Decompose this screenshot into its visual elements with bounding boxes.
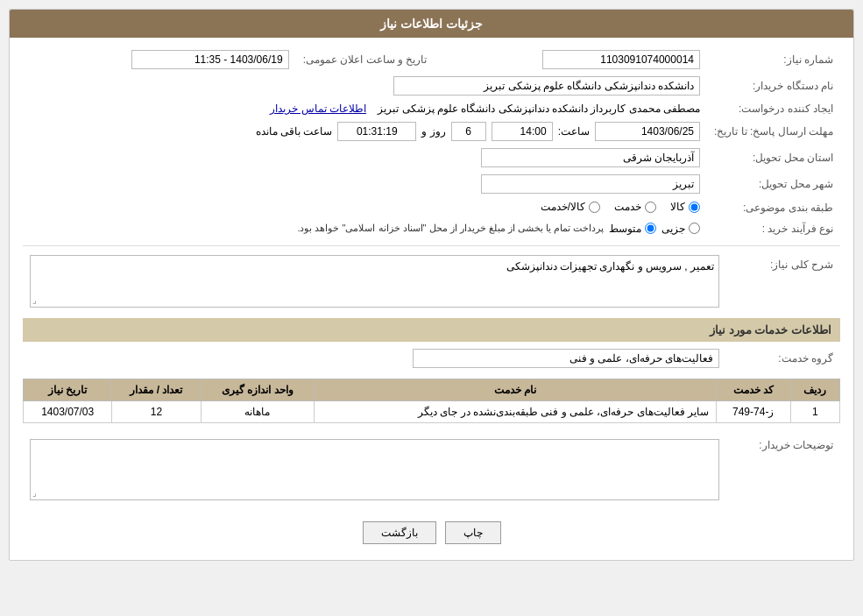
category-row: کالا خدمت کالا/خدمت <box>23 197 707 219</box>
creator-name: مصطفی محمدی کاربرداز دانشکده دندانپزشکی … <box>378 103 700 115</box>
buyer-notes-resize-handle: ⌟ <box>32 488 37 498</box>
buyer-notes-cell: ⌟ <box>23 432 726 504</box>
services-section-header: اطلاعات خدمات مورد نیاز <box>23 318 840 342</box>
buyer-notes-box: ⌟ <box>30 439 719 500</box>
category-option-kala[interactable]: کالا <box>670 201 700 213</box>
deadline-row: 1403/06/25 ساعت: 14:00 6 روز و 01:31:19 … <box>23 118 707 145</box>
deadline-date-box: 1403/06/25 <box>595 122 700 141</box>
category-radio-kala[interactable] <box>689 202 700 213</box>
deadline-label: مهلت ارسال پاسخ: تا تاریخ: <box>707 118 840 145</box>
creator-label: ایجاد کننده درخواست: <box>707 99 840 118</box>
creator-value: مصطفی محمدی کاربرداز دانشکده دندانپزشکی … <box>23 99 707 118</box>
category-option-khedmat[interactable]: خدمت <box>614 201 656 213</box>
province-box: آذربایجان شرقی <box>481 148 700 167</box>
need-number-label: شماره نیاز: <box>707 46 840 73</box>
city-label: شهر محل تحویل: <box>707 171 840 197</box>
need-number-box: 1103091074000014 <box>542 50 700 69</box>
category-label: طبقه بندی موضوعی: <box>707 197 840 219</box>
purchase-type-jozii[interactable]: جزیی <box>661 223 700 235</box>
service-group-value: فعالیت‌های حرفه‌ای، علمی و فنی <box>23 345 726 372</box>
ptype-label-motavasset: متوسط <box>609 223 641 235</box>
cell-row-num: 1 <box>790 400 840 422</box>
category-label-kala: کالا <box>670 201 685 213</box>
service-group-table: گروه خدمت: فعالیت‌های حرفه‌ای، علمی و فن… <box>23 345 840 372</box>
col-header-service-name: نام خدمت <box>315 379 717 400</box>
category-label-khedmat: خدمت <box>614 201 641 213</box>
category-radio-kala-khedmat[interactable] <box>589 202 600 213</box>
deadline-time-box: 14:00 <box>492 122 553 141</box>
table-row: 1 ز-74-749 سایر فعالیت‌های حرفه‌ای، علمی… <box>24 400 840 422</box>
general-desc-cell: تعمیر , سرویس و نگهداری تجهیزات دندانپزش… <box>23 251 726 311</box>
ptype-label-jozii: جزیی <box>661 223 685 235</box>
resize-handle: ⌟ <box>32 295 37 305</box>
info-table: شماره نیاز: 1103091074000014 تاریخ و ساع… <box>23 46 840 238</box>
cell-service-name: سایر فعالیت‌های حرفه‌ای، علمی و فنی طبقه… <box>315 400 717 422</box>
province-label: استان محل تحویل: <box>707 145 840 171</box>
back-button[interactable]: بازگشت <box>363 521 436 544</box>
service-group-box: فعالیت‌های حرفه‌ای، علمی و فنی <box>413 349 719 368</box>
purchase-type-label: نوع فرآیند خرید : <box>707 219 840 238</box>
general-desc-label: شرح کلی نیاز: <box>726 251 840 311</box>
purchase-type-note: پرداخت تمام یا بخشی از مبلغ خریدار از مح… <box>297 223 604 234</box>
bottom-buttons: چاپ بازگشت <box>23 511 840 551</box>
col-header-unit: واحد اندازه گیری <box>201 379 315 400</box>
service-group-label: گروه خدمت: <box>726 345 840 372</box>
announce-date-label: تاریخ و ساعت اعلان عمومی: <box>296 46 435 73</box>
services-table: ردیف کد خدمت نام خدمت واحد اندازه گیری ت… <box>23 379 840 423</box>
buyer-org-box: دانشکده دندانپزشکی دانشگاه علوم پزشکی تب… <box>393 76 700 96</box>
cell-date: 1403/07/03 <box>24 400 112 422</box>
category-label-kala-khedmat: کالا/خدمت <box>541 201 585 213</box>
page-header: جزئیات اطلاعات نیاز <box>10 10 853 38</box>
purchase-type-row: جزیی متوسط پرداخت تمام یا بخشی از مبلغ خ… <box>23 219 707 238</box>
announce-date-box: 1403/06/19 - 11:35 <box>131 50 289 69</box>
deadline-days-label: روز و <box>421 125 445 138</box>
cell-quantity: 12 <box>112 400 201 422</box>
general-desc-text: تعمیر , سرویس و نگهداری تجهیزات دندانپزش… <box>506 260 714 273</box>
province-value: آذربایجان شرقی <box>23 145 707 171</box>
col-header-row-num: ردیف <box>790 379 840 400</box>
buyer-notes-table: توضیحات خریدار: ⌟ <box>23 432 840 504</box>
general-desc-box: تعمیر , سرویس و نگهداری تجهیزات دندانپزش… <box>30 255 719 308</box>
col-header-quantity: تعداد / مقدار <box>112 379 201 400</box>
need-number-value: 1103091074000014 <box>434 46 707 73</box>
deadline-time-label: ساعت: <box>558 125 590 138</box>
category-radio-khedmat[interactable] <box>645 202 656 213</box>
category-option-kala-khedmat[interactable]: کالا/خدمت <box>541 201 600 213</box>
deadline-days-box: 6 <box>451 122 486 141</box>
buyer-notes-label: توضیحات خریدار: <box>726 432 840 504</box>
cell-unit: ماهانه <box>201 400 315 422</box>
buyer-org-value: دانشکده دندانپزشکی دانشگاه علوم پزشکی تب… <box>23 73 707 99</box>
creator-contact-link[interactable]: اطلاعات تماس خریدار <box>270 103 366 115</box>
purchase-type-motavasset[interactable]: متوسط <box>609 223 656 235</box>
deadline-remaining-box: 01:31:19 <box>337 122 416 141</box>
print-button[interactable]: چاپ <box>445 521 501 544</box>
col-header-date: تاریخ نیاز <box>24 379 112 400</box>
cell-service-code: ز-74-749 <box>716 400 790 422</box>
buyer-org-label: نام دستگاه خریدار: <box>707 73 840 99</box>
general-desc-table: شرح کلی نیاز: تعمیر , سرویس و نگهداری تج… <box>23 251 840 311</box>
city-box: تبریز <box>481 174 700 194</box>
ptype-radio-jozii[interactable] <box>689 223 700 234</box>
col-header-service-code: کد خدمت <box>716 379 790 400</box>
announce-date-value: 1403/06/19 - 11:35 <box>23 46 296 73</box>
city-value: تبریز <box>23 171 707 197</box>
ptype-radio-motavasset[interactable] <box>645 223 656 234</box>
deadline-remaining-label: ساعت باقی مانده <box>256 125 333 138</box>
